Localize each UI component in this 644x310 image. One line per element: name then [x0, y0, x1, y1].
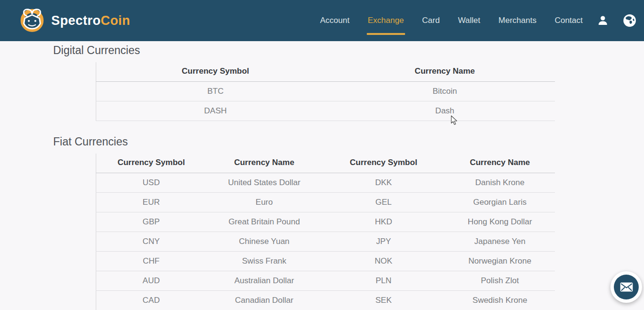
brand-name-secondary: Coin — [101, 13, 130, 28]
column-header: Currency Name — [206, 154, 323, 173]
column-header: Currency Symbol — [322, 154, 445, 173]
table-cell: Norwegian Krone — [445, 252, 555, 271]
table-header-row: Currency SymbolCurrency NameCurrency Sym… — [96, 154, 555, 173]
table-cell: GEL — [322, 193, 445, 212]
brand-name: SpectroCoin — [51, 13, 130, 28]
table-row: USDUnited States DollarDKKDanish Krone — [96, 173, 555, 193]
table-cell: HKD — [322, 212, 445, 232]
bull-logo-icon — [18, 6, 46, 35]
table-row: GBPGreat Britain PoundHKDHong Kong Dolla… — [96, 212, 555, 232]
table-cell: CHF — [96, 252, 206, 271]
table-row: BTCBitcoin — [96, 82, 555, 101]
digital-currencies-title: Digital Currencies — [53, 41, 644, 57]
nav-link-card[interactable]: Card — [422, 0, 440, 41]
column-header: Currency Symbol — [96, 62, 335, 82]
table-row: EUREuroGELGeorgian Laris — [96, 193, 555, 212]
digital-currencies-table: Currency SymbolCurrency Name BTCBitcoinD… — [96, 62, 555, 121]
table-cell: SEK — [322, 291, 445, 310]
table-cell: PLN — [322, 271, 445, 291]
table-cell: DKK — [322, 173, 445, 193]
table-cell: Great Britain Pound — [206, 212, 323, 232]
table-cell: AUD — [96, 271, 206, 291]
table-header-row: Currency SymbolCurrency Name — [96, 62, 555, 82]
table-cell: Swedish Krone — [445, 291, 555, 310]
nav-link-account[interactable]: Account — [320, 0, 350, 41]
nav-link-exchange[interactable]: Exchange — [368, 0, 404, 41]
table-cell: Australian Dollar — [206, 271, 323, 291]
top-navbar: SpectroCoin AccountExchangeCardWalletMer… — [0, 0, 644, 41]
table-cell: GBP — [96, 212, 206, 232]
column-header: Currency Symbol — [96, 154, 206, 173]
table-cell: Chinese Yuan — [206, 232, 323, 252]
table-row: CNYChinese YuanJPYJapanese Yen — [96, 232, 555, 252]
table-cell: BTC — [96, 82, 335, 101]
brand-name-primary: Spectro — [51, 13, 101, 28]
table-cell: Dash — [335, 101, 555, 121]
table-cell: USD — [96, 173, 206, 193]
page-content: Digital Currencies Currency SymbolCurren… — [0, 41, 644, 310]
main-nav: AccountExchangeCardWalletMerchantsContac… — [320, 0, 583, 41]
column-header: Currency Name — [445, 154, 555, 173]
brand-logo[interactable]: SpectroCoin — [18, 6, 130, 35]
nav-link-wallet[interactable]: Wallet — [458, 0, 480, 41]
mail-chat-button[interactable] — [610, 271, 642, 303]
table-cell: Bitcoin — [335, 82, 555, 101]
fiat-currencies-title: Fiat Currencies — [53, 135, 644, 148]
user-icon[interactable] — [597, 15, 609, 26]
mail-envelope-icon — [614, 275, 639, 299]
table-cell: Canadian Dollar — [206, 291, 323, 310]
nav-link-contact[interactable]: Contact — [554, 0, 583, 41]
nav-link-merchants[interactable]: Merchants — [498, 0, 536, 41]
table-cell: Japanese Yen — [445, 232, 555, 252]
table-cell: Euro — [206, 193, 323, 212]
globe-icon[interactable] — [623, 14, 636, 27]
table-row: CHFSwiss FrankNOKNorwegian Krone — [96, 252, 555, 271]
table-cell: JPY — [322, 232, 445, 252]
table-cell: Georgian Laris — [445, 193, 555, 212]
nav-icons — [597, 14, 644, 27]
column-header: Currency Name — [335, 62, 555, 82]
table-cell: DASH — [96, 101, 335, 121]
table-row: CADCanadian DollarSEKSwedish Krone — [96, 291, 555, 310]
table-cell: Danish Krone — [445, 173, 555, 193]
table-cell: United States Dollar — [206, 173, 323, 193]
fiat-currencies-table: Currency SymbolCurrency NameCurrency Sym… — [96, 154, 555, 310]
table-cell: Swiss Frank — [206, 252, 323, 271]
table-row: AUDAustralian DollarPLNPolish Zlot — [96, 271, 555, 291]
table-row: DASHDash — [96, 101, 555, 121]
table-cell: NOK — [322, 252, 445, 271]
table-cell: Hong Kong Dollar — [445, 212, 555, 232]
table-cell: CAD — [96, 291, 206, 310]
table-cell: Polish Zlot — [445, 271, 555, 291]
table-cell: EUR — [96, 193, 206, 212]
table-cell: CNY — [96, 232, 206, 252]
